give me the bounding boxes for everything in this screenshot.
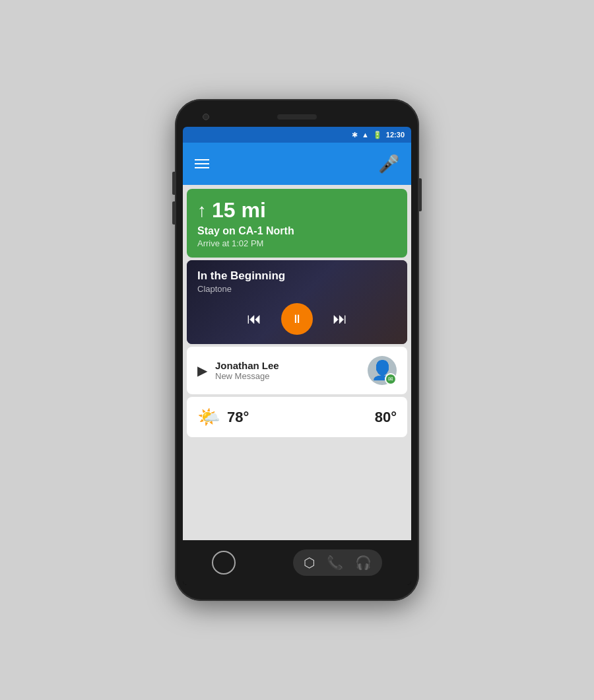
status-bar: ✱ ▲ 🔋 12:30: [183, 127, 411, 143]
previous-button[interactable]: ⏮: [247, 310, 261, 328]
phone-device: ✱ ▲ 🔋 12:30 🎤 ↑ 15 mi Stay on CA-1 North: [175, 99, 419, 601]
message-card[interactable]: ▶ Jonathan Lee New Message 👤 ✉: [187, 347, 407, 394]
camera-icon: [203, 114, 209, 120]
weather-temp-current: 78°: [227, 409, 249, 426]
weather-temp-high: 80°: [375, 409, 397, 426]
weather-icon: 🌤️: [197, 406, 220, 428]
phone-button[interactable]: 📞: [327, 555, 343, 571]
pause-button[interactable]: ⏸: [281, 303, 313, 335]
music-controls: ⏮ ⏸ ⏭: [197, 303, 397, 335]
nav-distance: ↑ 15 mi: [197, 198, 397, 223]
weather-left: 🌤️ 78°: [197, 406, 249, 428]
speaker: [277, 114, 317, 120]
message-label: New Message: [215, 371, 360, 381]
message-play-button[interactable]: ▶: [197, 363, 207, 378]
music-title: In the Beginning: [197, 269, 397, 283]
music-card[interactable]: In the Beginning Claptone ⏮ ⏸ ⏭: [187, 260, 407, 344]
volume-down-button[interactable]: [172, 201, 175, 225]
microphone-button[interactable]: 🎤: [378, 154, 399, 174]
weather-card[interactable]: 🌤️ 78° 80°: [187, 397, 407, 437]
volume-up-button[interactable]: [172, 172, 175, 195]
menu-button[interactable]: [195, 159, 209, 168]
nav-button-group: ⬡ 📞 🎧: [293, 549, 382, 576]
navigation-card[interactable]: ↑ 15 mi Stay on CA-1 North Arrive at 1:0…: [187, 189, 407, 258]
home-button[interactable]: [212, 551, 236, 575]
nav-arrive: Arrive at 1:02 PM: [197, 238, 397, 248]
message-sender: Jonathan Lee: [215, 360, 360, 371]
app-bar: 🎤: [183, 143, 411, 185]
main-content: ↑ 15 mi Stay on CA-1 North Arrive at 1:0…: [183, 185, 411, 540]
music-artist: Claptone: [197, 284, 397, 294]
contact-avatar: 👤 ✉: [368, 356, 397, 385]
power-button[interactable]: [419, 178, 422, 211]
message-text-area: Jonathan Lee New Message: [215, 360, 360, 381]
message-badge-icon: ✉: [388, 376, 393, 382]
phone-top-bar: [183, 107, 411, 127]
nav-arrow-icon: ↑: [197, 200, 207, 221]
headphones-button[interactable]: 🎧: [355, 555, 372, 571]
status-time: 12:30: [386, 131, 405, 139]
nav-road: Stay on CA-1 North: [197, 225, 397, 237]
navigation-button[interactable]: ⬡: [304, 555, 315, 571]
battery-icon: 🔋: [373, 131, 382, 139]
bottom-nav: ⬡ 📞 🎧: [183, 540, 411, 585]
next-button[interactable]: ⏭: [333, 310, 347, 328]
bluetooth-icon: ✱: [352, 131, 358, 139]
message-badge: ✉: [385, 373, 397, 385]
phone-screen: ✱ ▲ 🔋 12:30 🎤 ↑ 15 mi Stay on CA-1 North: [183, 127, 411, 585]
signal-icon: ▲: [362, 131, 369, 139]
